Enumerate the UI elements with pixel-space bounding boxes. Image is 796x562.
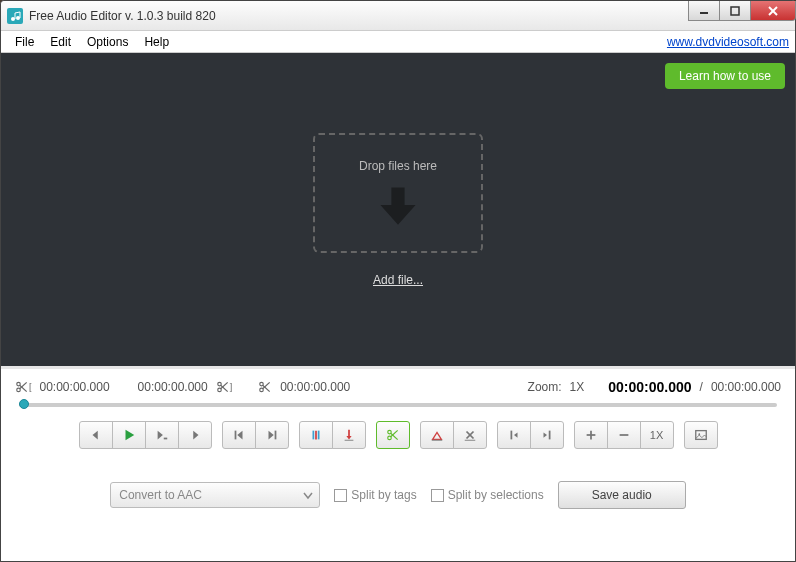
zoom-label: Zoom: <box>528 380 562 394</box>
zoom-reset-button[interactable]: 1X <box>640 421 674 449</box>
goto-start-button[interactable] <box>497 421 531 449</box>
skip-start-button[interactable] <box>222 421 256 449</box>
delete-button[interactable] <box>453 421 487 449</box>
maximize-button[interactable] <box>719 1 751 21</box>
split-tags-label: Split by tags <box>351 488 416 502</box>
svg-point-0 <box>11 17 15 21</box>
skip-end-button[interactable] <box>255 421 289 449</box>
time-separator: / <box>700 380 703 394</box>
add-file-link[interactable]: Add file... <box>373 273 423 287</box>
app-window: Free Audio Editor v. 1.0.3 build 820 Fil… <box>0 0 796 562</box>
zoom-out-button[interactable] <box>607 421 641 449</box>
menubar: File Edit Options Help www.dvdvideosoft.… <box>1 31 795 53</box>
learn-how-button[interactable]: Learn how to use <box>665 63 785 89</box>
close-button[interactable] <box>750 1 796 21</box>
trim-in-button[interactable] <box>420 421 454 449</box>
titlebar: Free Audio Editor v. 1.0.3 build 820 <box>1 1 795 31</box>
zoom-in-button[interactable] <box>574 421 608 449</box>
seek-slider-row <box>1 399 795 417</box>
app-icon <box>7 8 23 24</box>
save-label: Save audio <box>592 488 652 502</box>
window-title: Free Audio Editor v. 1.0.3 build 820 <box>29 9 216 23</box>
menu-help[interactable]: Help <box>136 33 177 51</box>
split-by-selections-checkbox[interactable]: Split by selections <box>431 488 544 502</box>
seek-thumb[interactable] <box>19 399 29 409</box>
play-button[interactable] <box>112 421 146 449</box>
menu-edit[interactable]: Edit <box>42 33 79 51</box>
play-stop-button[interactable] <box>145 421 179 449</box>
save-audio-button[interactable]: Save audio <box>558 481 686 509</box>
scissor-icon <box>258 380 272 394</box>
scissor-end-icon: ] <box>216 380 233 394</box>
image-button[interactable] <box>684 421 718 449</box>
current-time: 00:00:00.000 <box>608 379 691 395</box>
controls-row: 1X <box>1 417 795 461</box>
waveform-canvas: Learn how to use Drop files here Add fil… <box>1 53 795 366</box>
website-link[interactable]: www.dvdvideosoft.com <box>667 35 789 49</box>
drop-label: Drop files here <box>359 159 437 173</box>
time-row: [ 00:00:00.000 00:00:00.000 ] 00:00:00.0… <box>1 369 795 399</box>
checkbox-box <box>334 489 347 502</box>
chevron-down-icon <box>303 491 313 501</box>
split-sel-label: Split by selections <box>448 488 544 502</box>
time-start: 00:00:00.000 <box>40 380 110 394</box>
time-selection-end: 00:00:00.000 <box>138 380 208 394</box>
marker-button[interactable] <box>299 421 333 449</box>
step-forward-button[interactable] <box>178 421 212 449</box>
minimize-button[interactable] <box>688 1 720 21</box>
time-end: 00:00:00.000 <box>280 380 350 394</box>
convert-format-select[interactable]: Convert to AAC <box>110 482 320 508</box>
bottom-row: Convert to AAC Split by tags Split by se… <box>1 461 795 523</box>
menu-options[interactable]: Options <box>79 33 136 51</box>
goto-end-button[interactable] <box>530 421 564 449</box>
svg-rect-3 <box>731 7 739 15</box>
checkbox-box <box>431 489 444 502</box>
zoom-value: 1X <box>570 380 585 394</box>
menu-file[interactable]: File <box>7 33 42 51</box>
marker-down-button[interactable] <box>332 421 366 449</box>
cut-button[interactable] <box>376 421 410 449</box>
split-by-tags-checkbox[interactable]: Split by tags <box>334 488 416 502</box>
seek-slider[interactable] <box>19 403 777 407</box>
drop-zone[interactable]: Drop files here <box>313 133 483 253</box>
svg-point-1 <box>16 16 20 20</box>
arrow-down-icon <box>376 183 420 227</box>
window-controls <box>688 1 795 21</box>
total-time: 00:00:00.000 <box>711 380 781 394</box>
step-back-button[interactable] <box>79 421 113 449</box>
lower-panel: [ 00:00:00.000 00:00:00.000 ] 00:00:00.0… <box>1 366 795 561</box>
scissor-start-icon: [ <box>15 380 32 394</box>
convert-label: Convert to AAC <box>119 488 202 502</box>
